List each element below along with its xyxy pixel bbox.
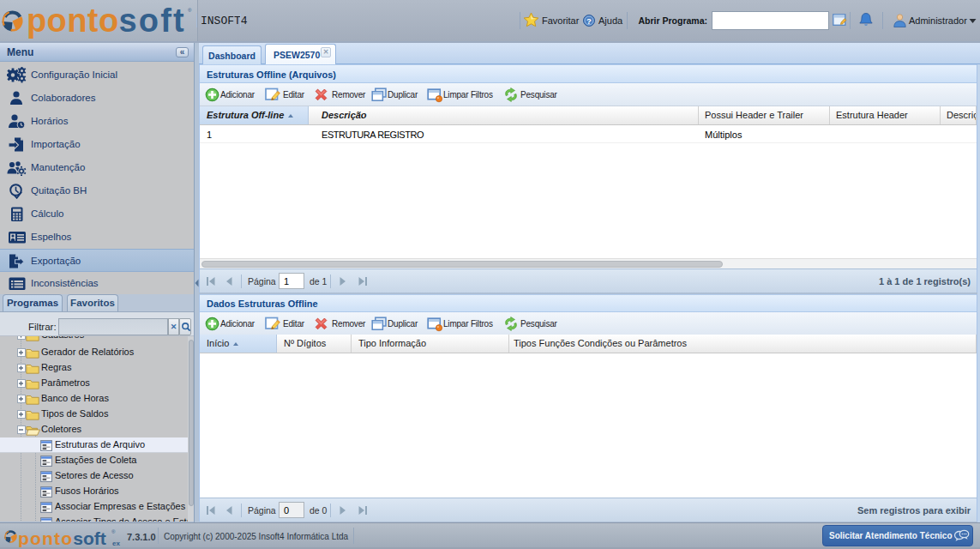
svg-text:?: ? xyxy=(586,16,592,26)
